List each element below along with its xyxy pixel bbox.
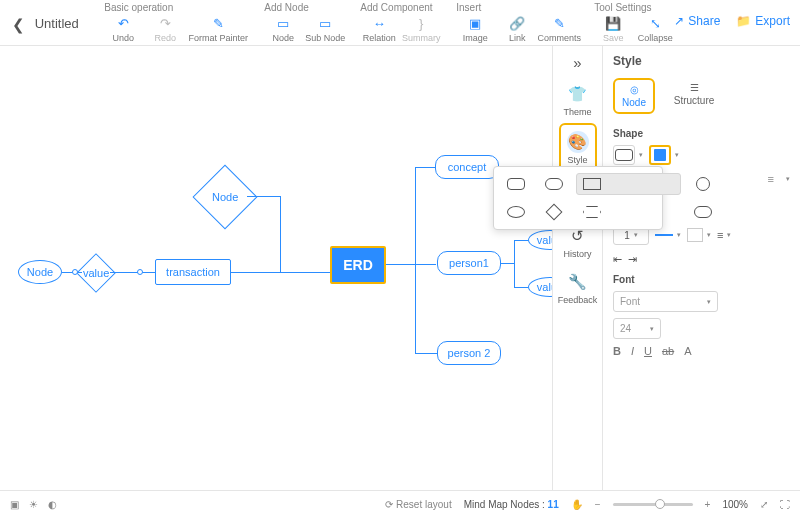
palette-icon: 🎨	[567, 131, 589, 153]
shape-popover	[493, 166, 663, 230]
add-subnode-button[interactable]: ▭Sub Node	[306, 15, 344, 43]
group-addnode-label: Add Node	[264, 2, 344, 13]
underline-button[interactable]: U	[644, 345, 652, 357]
shape-ellipse[interactable]	[500, 201, 532, 223]
italic-button[interactable]: I	[631, 345, 634, 357]
zoom-out-icon[interactable]: −	[595, 499, 601, 510]
line-style-button[interactable]: ≡	[717, 229, 723, 241]
node-v1[interactable]: value	[76, 253, 116, 293]
connector	[415, 167, 416, 353]
summary-button[interactable]: }Summary	[402, 15, 440, 43]
font-family-select[interactable]: Font▾	[613, 291, 718, 312]
subnode-icon: ▭	[317, 15, 333, 31]
save-button[interactable]: 💾Save	[594, 15, 632, 43]
group-tools-label: Tool Settings	[594, 2, 674, 13]
shape-hexagon[interactable]	[576, 201, 608, 223]
relation-button[interactable]: ↔Relation	[360, 15, 398, 43]
insert-link-button[interactable]: 🔗Link	[498, 15, 536, 43]
format-painter-button[interactable]: ✎Format Painter	[188, 15, 248, 43]
group-basic-label: Basic operation	[104, 2, 248, 13]
connector	[110, 272, 155, 273]
summary-icon: }	[413, 15, 429, 31]
back-button[interactable]: ❮	[10, 16, 27, 34]
connector	[280, 196, 281, 272]
node-icon: ▭	[275, 15, 291, 31]
undo-icon: ↶	[115, 15, 131, 31]
redo-button[interactable]: ↷Redo	[146, 15, 184, 43]
node-transaction[interactable]: transaction	[155, 259, 231, 285]
save-icon: 💾	[605, 15, 621, 31]
panel-title: Style	[613, 54, 790, 68]
fit-icon[interactable]: ⤢	[760, 499, 768, 510]
node-person2[interactable]: person 2	[437, 341, 501, 365]
undo-button[interactable]: ↶Undo	[104, 15, 142, 43]
group-addcomp-label: Add Component	[360, 2, 440, 13]
insert-image-button[interactable]: ▣Image	[456, 15, 494, 43]
doc-title[interactable]: Untitled	[35, 16, 93, 31]
shape-rect[interactable]	[576, 173, 681, 195]
shape-picker-button[interactable]	[613, 145, 635, 165]
pan-icon[interactable]: ✋	[571, 499, 583, 510]
shape-pill[interactable]	[538, 173, 570, 195]
align-button[interactable]: ≡	[768, 173, 774, 185]
indent-left-icon[interactable]: ⇤	[613, 253, 622, 266]
collapse-button[interactable]: ⤡Collapse	[636, 15, 674, 43]
connector	[415, 353, 437, 354]
connector	[514, 240, 515, 287]
node-count-label: Mind Map Nodes : 11	[464, 499, 559, 510]
shape-circle[interactable]	[687, 173, 719, 195]
format-painter-icon: ✎	[210, 15, 226, 31]
connector	[386, 264, 436, 265]
panel-collapse-icon[interactable]: »	[573, 54, 581, 71]
export-button[interactable]: 📁Export	[736, 14, 790, 28]
subtab-structure[interactable]: ☰Structure	[673, 78, 715, 114]
brightness-icon[interactable]: ☀	[29, 499, 38, 510]
group-insert-label: Insert	[456, 2, 578, 13]
share-icon: ↗	[674, 14, 684, 28]
fullscreen-icon[interactable]: ⛶	[780, 499, 790, 510]
comments-button[interactable]: ✎Comments	[540, 15, 578, 43]
zoom-value: 100%	[722, 499, 748, 510]
dark-icon[interactable]: ◐	[48, 499, 57, 510]
add-node-button[interactable]: ▭Node	[264, 15, 302, 43]
node-n2[interactable]: Node	[192, 164, 257, 229]
shape-diamond[interactable]	[538, 201, 570, 223]
share-button[interactable]: ↗Share	[674, 14, 720, 28]
strike-button[interactable]: ab	[662, 345, 674, 357]
connector	[514, 240, 528, 241]
border-color[interactable]	[655, 234, 673, 236]
connector	[514, 287, 528, 288]
connector	[231, 272, 330, 273]
indent-right-icon[interactable]: ⇥	[628, 253, 637, 266]
wrench-icon: 🔧	[567, 271, 589, 293]
collapse-icon: ⤡	[647, 15, 663, 31]
font-section-label: Font	[613, 274, 790, 285]
diagram-canvas[interactable]: Node value transaction Node ERD concept …	[0, 46, 800, 490]
font-color-button[interactable]: A	[684, 345, 691, 357]
connector-dot	[137, 269, 143, 275]
image-icon: ▣	[467, 15, 483, 31]
connector	[247, 196, 280, 197]
connector-dot	[72, 269, 78, 275]
shape-capsule[interactable]	[687, 201, 719, 223]
node-n1[interactable]: Node	[18, 260, 62, 284]
border-style-button[interactable]	[687, 228, 703, 242]
zoom-in-icon[interactable]: +	[705, 499, 711, 510]
rail-feedback[interactable]: 🔧Feedback	[559, 265, 597, 311]
subtab-node[interactable]: ◎Node	[613, 78, 655, 114]
node-concept[interactable]: concept	[435, 155, 499, 179]
comment-icon: ✎	[551, 15, 567, 31]
shape-section-label: Shape	[613, 128, 790, 139]
node-erd[interactable]: ERD	[330, 246, 386, 284]
node-person1[interactable]: person1	[437, 251, 501, 275]
fill-color-button[interactable]	[649, 145, 671, 165]
bold-button[interactable]: B	[613, 345, 621, 357]
zoom-slider[interactable]	[613, 503, 693, 506]
reset-layout-button[interactable]: ⟳ Reset layout	[385, 499, 451, 510]
rail-theme[interactable]: 👕Theme	[559, 77, 597, 123]
shape-rounded-rect[interactable]	[500, 173, 532, 195]
presentation-icon[interactable]: ▣	[10, 499, 19, 510]
connector	[501, 263, 515, 264]
font-size-select[interactable]: 24▾	[613, 318, 661, 339]
link-icon: 🔗	[509, 15, 525, 31]
